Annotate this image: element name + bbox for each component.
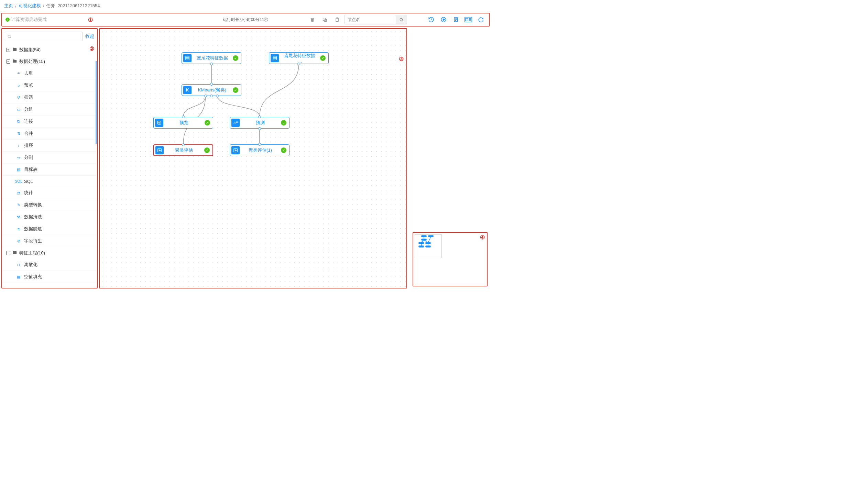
svg-rect-33 [426,246,430,247]
folder-icon [12,250,17,256]
clipboard-icon [335,17,340,22]
refresh-icon [478,17,484,23]
collapse-toggle-icon: − [6,251,10,255]
flow-node[interactable]: 鸢尾花特征数据 ✓ [182,52,241,64]
sidebar-search-input[interactable] [5,32,83,41]
history-button[interactable] [426,15,436,24]
delete-button[interactable] [307,15,317,24]
flow-node[interactable]: 预览 ✓ [153,117,213,129]
sql-icon: SQL [16,178,21,184]
tree-item[interactable]: SQL SQL [2,176,97,187]
output-port[interactable] [204,95,207,97]
flow-edge[interactable] [217,96,260,117]
input-port[interactable] [182,143,185,146]
node-search-button[interactable] [396,15,407,24]
node-search-input[interactable] [345,15,396,24]
tree-item-label: 分割 [24,154,33,161]
refresh-button[interactable] [476,15,485,24]
tree-item[interactable]: ⌕ 预览 [2,79,97,91]
tree-group-label: 数据处理(15) [19,58,45,65]
tree-item[interactable]: ⊓ 离散化 [2,259,97,271]
output-port[interactable] [216,95,219,97]
output-port[interactable] [210,63,213,65]
svg-line-5 [402,21,403,21]
fillna-icon: ▦ [16,274,21,280]
tree-item[interactable]: ⧉ 连接 [2,116,97,128]
tree-item[interactable]: ⚒ 数据清洗 [2,211,97,223]
input-port[interactable] [210,83,213,86]
flow-node[interactable]: 预测 ✓ [230,117,290,129]
flow-canvas[interactable]: ③ 鸢尾花特征数据 ✓ 鸢尾花特征数据_.. ✓ K KMeans(聚类) ✓ … [99,28,407,288]
trash-icon [310,17,315,22]
flow-edge[interactable] [260,64,299,117]
search-icon [399,18,404,22]
callout-1: ① [88,17,93,23]
tree-group[interactable]: − 特征工程(10) [2,247,97,259]
merge-icon: ⇅ [16,131,21,136]
node-label: 预览 [166,120,202,126]
sidebar-collapse-link[interactable]: 收起 [85,33,94,40]
run-button[interactable] [439,15,448,24]
tree-item[interactable]: ↕ 排序 [2,140,97,152]
tree-item[interactable]: ⚲ 筛选 [2,91,97,103]
tree-item[interactable]: ↻ 类型转换 [2,199,97,211]
flow-node[interactable]: 聚类评估 ✓ [153,144,213,156]
breadcrumb-sep: / [15,3,17,9]
input-port[interactable] [182,116,185,118]
node-label: 预测 [242,120,278,126]
tree-item[interactable]: ≡ 数据脱敏 [2,223,97,235]
input-port[interactable] [258,116,261,118]
svg-point-24 [159,122,160,123]
svg-line-35 [428,237,431,242]
tree-group-label: 特征工程(10) [19,250,45,256]
svg-rect-27 [422,235,426,237]
status-success-icon: ✓ [205,120,210,125]
tree-item[interactable]: ▤ 目标表 [2,164,97,176]
stats-icon: ◔ [16,190,21,196]
tree-item-label: SQL [24,179,33,184]
svg-rect-30 [419,242,424,244]
svg-rect-28 [428,235,433,237]
log-button[interactable] [451,15,461,24]
tree-item[interactable]: ⫩ 去重 [2,67,97,79]
flow-node[interactable]: 鸢尾花特征数据_.. ✓ [269,52,329,64]
tree-item[interactable]: ◔ 统计 [2,187,97,199]
runtime-text: 运行时长:0小时00分11秒 [223,17,269,23]
predict-node-icon [231,119,240,127]
output-port[interactable] [258,127,261,130]
tree-item-label: 字段衍生 [24,238,42,244]
sort-icon: ↕ [16,143,21,148]
tree-item[interactable]: ⇅ 合并 [2,128,97,140]
callout-4: ④ [480,234,485,241]
output-port[interactable] [297,63,300,65]
scrollbar-indicator[interactable] [96,61,97,144]
node-label: 鸢尾花特征数据 [194,55,230,61]
node-label: 聚类评估(1) [242,147,278,153]
minimap[interactable]: ④ [413,232,488,286]
flow-edge[interactable] [183,96,206,117]
tree-group[interactable]: + 数据集(54) [2,44,97,56]
flow-node[interactable]: K KMeans(聚类) ✓ [182,84,241,96]
preview-node-icon [155,119,163,127]
callout-3: ③ [399,56,404,62]
tree-group[interactable]: − 数据处理(15) [2,56,97,67]
preview-icon: ⌕ [16,83,21,88]
flow-node[interactable]: 聚类评估(1) ✓ [230,144,290,156]
tree-item-label: 合并 [24,130,33,136]
tree-item[interactable]: ⊕ 字段衍生 [2,235,97,247]
output-port[interactable] [210,95,213,97]
breadcrumb-home-link[interactable]: 主页 [4,3,13,9]
tree-item[interactable]: ▦ 空值填充 [2,271,97,283]
svg-point-4 [400,18,403,21]
tree-item[interactable]: ⇔ 分割 [2,152,97,164]
layout-button[interactable] [463,15,473,24]
compute-status: ✓ 计算资源启动完成 [6,17,47,23]
component-tree[interactable]: + 数据集(54)− 数据处理(15)⫩ 去重⌕ 预览⚲ 筛选▭ 分组⧉ 连接⇅… [2,44,97,288]
paste-button[interactable] [332,15,342,24]
tree-item-label: 空值填充 [24,274,42,280]
copy-button[interactable] [320,15,329,24]
node-label: KMeans(聚类) [194,87,230,93]
tree-item[interactable]: ▭ 分组 [2,103,97,116]
input-port[interactable] [258,143,261,146]
breadcrumb-section-link[interactable]: 可视化建模 [19,3,41,9]
